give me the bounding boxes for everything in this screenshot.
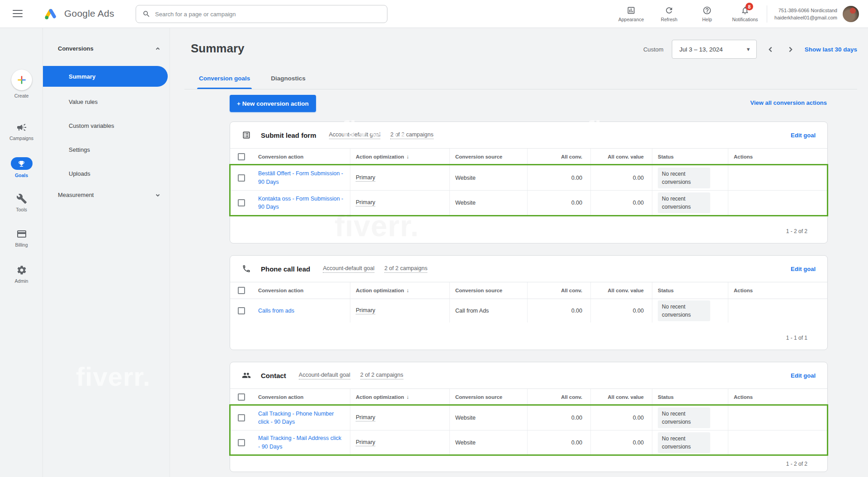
actions-cell (728, 299, 827, 323)
campaigns-label: Campaigns (9, 136, 33, 141)
col-all-conv-value[interactable]: All conv. value (591, 389, 652, 405)
row-checkbox[interactable] (238, 414, 245, 421)
optimization-link[interactable]: Primary (356, 307, 375, 314)
col-conversion-source[interactable]: Conversion source (450, 282, 528, 299)
previous-range-button[interactable] (765, 43, 777, 55)
goal-type-link[interactable]: Account-default goal (323, 265, 374, 273)
col-actions[interactable]: Actions (728, 149, 827, 165)
goal-campaigns-link[interactable]: 2 of 2 campaigns (390, 131, 433, 139)
actions-cell (728, 165, 827, 190)
help-button[interactable]: Help (688, 6, 726, 22)
create-button[interactable] (11, 70, 32, 90)
notification-badge: 8 (745, 3, 753, 10)
search-box[interactable] (136, 5, 387, 23)
account-menu[interactable]: 751-389-6066 Nordicstand haiderkhaleel01… (770, 6, 868, 22)
sidebar-item-uploads[interactable]: Uploads (43, 167, 168, 180)
rail-item-admin[interactable]: Admin (0, 265, 43, 284)
sidebar-item-summary[interactable]: Summary (43, 66, 168, 87)
goal-type-link[interactable]: Account-default goal (299, 372, 350, 379)
search-input[interactable] (155, 11, 381, 18)
sidebar-item-value-rules[interactable]: Value rules (43, 95, 168, 108)
row-checkbox[interactable] (238, 307, 245, 314)
show-last-30-days-link[interactable]: Show last 30 days (805, 46, 857, 53)
view-all-conversion-actions-link[interactable]: View all conversion actions (750, 99, 827, 106)
edit-goal-link[interactable]: Edit goal (791, 266, 816, 272)
avatar[interactable] (843, 6, 859, 22)
next-range-button[interactable] (785, 43, 797, 55)
col-actions[interactable]: Actions (728, 282, 827, 299)
sidebar-section-measurement[interactable]: Measurement (58, 192, 160, 198)
conversion-action-link[interactable]: Call Tracking - Phone Number click - 90 … (258, 410, 344, 426)
admin-label: Admin (15, 278, 28, 284)
col-actions[interactable]: Actions (728, 389, 827, 405)
col-status[interactable]: Status (652, 389, 728, 405)
conversion-action-link[interactable]: Calls from ads (258, 307, 294, 315)
date-range-picker[interactable]: Jul 3 – 13, 2024 ▼ (672, 40, 757, 59)
campaigns-icon (16, 122, 27, 133)
sidebar-item-settings[interactable]: Settings (43, 143, 168, 156)
google-ads-logo[interactable]: Google Ads (43, 6, 114, 21)
optimization-link[interactable]: Primary (356, 199, 375, 206)
optimization-link[interactable]: Primary (356, 439, 375, 446)
col-conversion-action[interactable]: Conversion action (253, 149, 350, 165)
col-status[interactable]: Status (652, 282, 728, 299)
rail-item-create[interactable]: Create (0, 70, 43, 98)
col-conversion-source[interactable]: Conversion source (450, 389, 528, 405)
col-conversion-action[interactable]: Conversion action (253, 282, 350, 299)
pagination-label: 1 - 1 of 1 (786, 335, 807, 341)
col-conversion-action[interactable]: Conversion action (253, 389, 350, 405)
search-icon (142, 10, 151, 18)
goal-campaigns-link[interactable]: 2 of 2 campaigns (360, 372, 403, 379)
all-conv-value-cell: 0.00 (633, 440, 644, 446)
appearance-button[interactable]: Appearance (612, 6, 650, 22)
conversion-action-link[interactable]: Mail Tracking - Mail Address click - 90 … (258, 434, 344, 450)
table-header-row: Conversion action Action optimization↓ C… (230, 282, 827, 299)
tab-conversion-goals[interactable]: Conversion goals (197, 72, 252, 89)
goals-trophy-icon (18, 160, 25, 168)
sidebar-item-custom-variables[interactable]: Custom variables (43, 119, 168, 132)
notifications-button[interactable]: 8 Notifications (726, 6, 764, 22)
sidebar-section-conversions[interactable]: Conversions (58, 45, 160, 52)
optimization-link[interactable]: Primary (356, 174, 375, 182)
row-checkbox[interactable] (238, 439, 245, 446)
optimization-link[interactable]: Primary (356, 414, 375, 421)
rail-item-goals[interactable]: Goals (0, 157, 43, 178)
conversion-source-cell: Website (455, 415, 476, 421)
edit-goal-link[interactable]: Edit goal (791, 372, 816, 379)
select-all-checkbox[interactable] (238, 287, 245, 294)
goal-campaigns-link[interactable]: 2 of 2 campaigns (384, 265, 427, 273)
rail-item-billing[interactable]: Billing (0, 229, 43, 248)
goal-type-link[interactable]: Account-default goal (329, 131, 381, 139)
page-title: Summary (191, 42, 245, 56)
col-action-optimization[interactable]: Action optimization↓ (350, 389, 450, 405)
col-status[interactable]: Status (652, 149, 728, 165)
col-all-conv[interactable]: All conv. (528, 149, 591, 165)
select-all-checkbox[interactable] (238, 153, 245, 160)
conversion-action-link[interactable]: Beställ Offert - Form Submission - 90 Da… (258, 169, 344, 186)
row-checkbox[interactable] (238, 174, 245, 182)
col-action-optimization[interactable]: Action optimization↓ (350, 282, 450, 299)
conversion-action-link[interactable]: Kontakta oss - Form Submission - 90 Days (258, 195, 344, 211)
rail-item-campaigns[interactable]: Campaigns (0, 122, 43, 141)
col-action-optimization[interactable]: Action optimization↓ (350, 149, 450, 165)
hamburger-menu-icon[interactable] (13, 10, 23, 18)
col-all-conv-value[interactable]: All conv. value (591, 282, 652, 299)
row-checkbox[interactable] (238, 199, 245, 206)
refresh-button[interactable]: Refresh (650, 6, 688, 22)
col-all-conv-value[interactable]: All conv. value (591, 149, 652, 165)
col-conversion-source[interactable]: Conversion source (450, 149, 528, 165)
active-tab-indicator (197, 88, 252, 89)
actions-cell (728, 406, 827, 430)
select-all-checkbox[interactable] (238, 393, 245, 401)
edit-goal-link[interactable]: Edit goal (791, 132, 816, 139)
table-row: Mail Tracking - Mail Address click - 90 … (230, 430, 827, 454)
tab-diagnostics[interactable]: Diagnostics (269, 72, 307, 89)
goals-label: Goals (15, 173, 28, 178)
rail-item-tools[interactable]: Tools (0, 193, 43, 212)
help-icon (703, 6, 712, 15)
dropdown-caret-icon: ▼ (746, 47, 751, 52)
new-conversion-action-button[interactable]: + New conversion action (230, 95, 316, 112)
col-all-conv[interactable]: All conv. (528, 282, 591, 299)
create-label: Create (14, 93, 29, 98)
col-all-conv[interactable]: All conv. (528, 389, 591, 405)
